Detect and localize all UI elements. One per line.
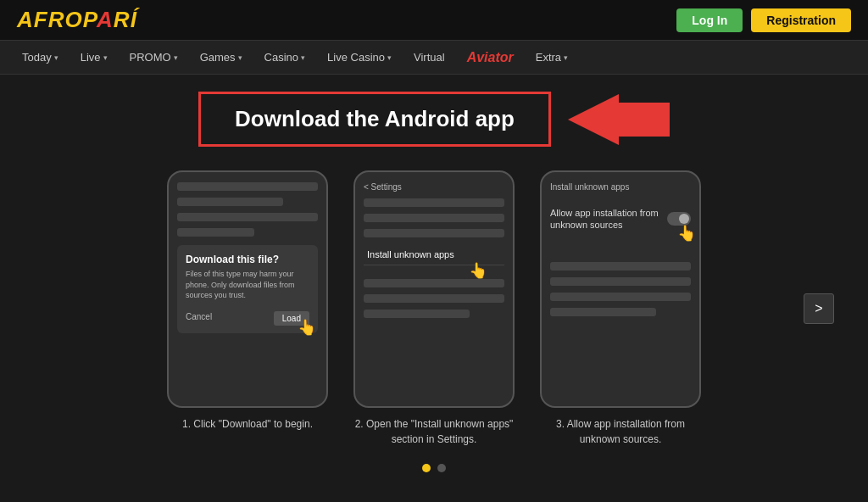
slides-container: Download this file? Files of this type m… xyxy=(34,170,834,447)
phone-bar xyxy=(364,279,504,287)
step-label-1: 1. Click "Download" to begin. xyxy=(182,416,313,432)
step-label-3: 3. Allow app installation from unknown s… xyxy=(540,416,701,447)
nav-item-aviator[interactable]: Aviator xyxy=(459,41,522,74)
phone-bar xyxy=(177,213,318,221)
install-unknown-apps-item[interactable]: Install unknown apps 👆 xyxy=(364,244,504,265)
nav-item-casino[interactable]: Casino ▾ xyxy=(256,41,314,74)
cursor-icon: 👆 xyxy=(677,224,696,243)
phone-mockup-1: Download this file? Files of this type m… xyxy=(167,170,328,408)
svg-marker-0 xyxy=(568,94,670,145)
phone-bar xyxy=(550,308,656,316)
download-banner: Download the Android app xyxy=(34,92,834,147)
phone-bar xyxy=(364,214,504,222)
dot-2[interactable] xyxy=(437,464,446,472)
chevron-down-icon: ▾ xyxy=(103,53,108,62)
toggle-dot xyxy=(679,214,689,224)
phone-bar xyxy=(364,229,504,237)
login-button[interactable]: Log In xyxy=(676,8,743,32)
phone-bar xyxy=(364,198,504,207)
unknown-apps-header: Install unknown apps xyxy=(550,182,691,192)
nav-item-today[interactable]: Today ▾ xyxy=(14,41,67,74)
register-button[interactable]: Registration xyxy=(751,8,851,32)
carousel-dots xyxy=(34,464,834,472)
logo: AFROPARÍ xyxy=(17,7,137,33)
nav-item-live-casino[interactable]: Live Casino ▾ xyxy=(319,41,400,74)
download-title: Download the Android app xyxy=(235,106,515,132)
dialog-text: Files of this type may harm your phone. … xyxy=(186,269,309,301)
chevron-down-icon: ▾ xyxy=(238,53,242,62)
slide-3: Install unknown apps Allow app installat… xyxy=(540,170,701,447)
phone-bar xyxy=(364,310,470,318)
dot-1[interactable] xyxy=(422,464,431,472)
nav-item-games[interactable]: Games ▾ xyxy=(192,41,251,74)
dialog-buttons: Cancel Load 👆 xyxy=(186,310,309,325)
download-title-box: Download the Android app xyxy=(198,92,551,147)
phone-bar xyxy=(177,198,283,206)
settings-header: < Settings xyxy=(364,182,504,192)
phone-bar xyxy=(177,228,254,237)
nav-item-promo[interactable]: PROMO ▾ xyxy=(121,41,186,74)
allow-row: Allow app installation from unknown sour… xyxy=(550,202,691,237)
phone-bar xyxy=(177,182,318,191)
dialog-title: Download this file? xyxy=(186,254,309,265)
chevron-down-icon: ▾ xyxy=(174,53,178,62)
phone-bar xyxy=(550,262,691,271)
header: AFROPARÍ Log In Registration xyxy=(0,0,868,41)
chevron-down-icon: ▾ xyxy=(301,53,305,62)
arrow-indicator xyxy=(568,94,670,145)
phone-bar xyxy=(364,294,504,303)
chevron-down-icon: ▾ xyxy=(564,53,568,62)
cursor-icon: 👆 xyxy=(469,261,487,280)
nav-item-live[interactable]: Live ▾ xyxy=(72,41,116,74)
left-arrow-icon xyxy=(568,94,670,145)
main-content: Download the Android app Download this f… xyxy=(0,75,868,489)
step-label-2: 2. Open the "Install unknown apps" secti… xyxy=(353,416,515,447)
header-buttons: Log In Registration xyxy=(676,8,851,32)
download-dialog: Download this file? Files of this type m… xyxy=(177,245,318,333)
slide-2: < Settings Install unknown apps 👆 2. Ope… xyxy=(353,170,515,447)
phone-bar xyxy=(550,293,691,301)
phone-mockup-2: < Settings Install unknown apps 👆 xyxy=(353,170,515,408)
cancel-button[interactable]: Cancel xyxy=(186,312,212,321)
phone-bar xyxy=(550,277,691,286)
nav-item-virtual[interactable]: Virtual xyxy=(405,41,453,74)
chevron-down-icon: ▾ xyxy=(387,53,392,62)
phone-mockup-3: Install unknown apps Allow app installat… xyxy=(540,170,701,408)
nav-item-extra[interactable]: Extra ▾ xyxy=(527,41,576,74)
allow-text: Allow app installation from unknown sour… xyxy=(550,207,660,231)
cursor-icon: 👆 xyxy=(298,318,316,337)
chevron-down-icon: ▾ xyxy=(54,53,58,62)
main-nav: Today ▾ Live ▾ PROMO ▾ Games ▾ Casino ▾ … xyxy=(0,41,868,75)
slide-1: Download this file? Files of this type m… xyxy=(167,170,328,432)
next-button[interactable]: > xyxy=(804,293,834,324)
